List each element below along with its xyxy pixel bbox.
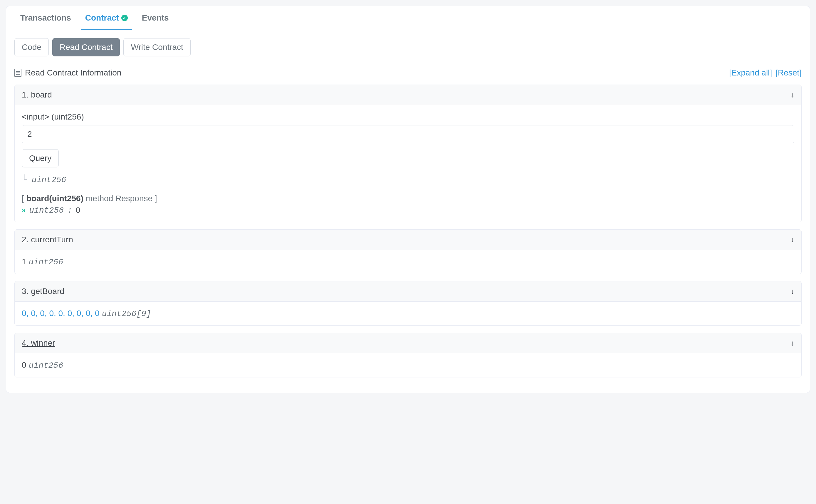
double-chevron-icon: » (22, 206, 26, 214)
response-line: » uint256 : 0 (22, 206, 794, 215)
accordion-body-currentturn: 1 uint256 (15, 250, 801, 274)
response-colon: : (67, 206, 72, 215)
response-block: [ board(uint256) method Response ] » uin… (22, 194, 794, 215)
read-contract-button[interactable]: Read Contract (52, 38, 120, 56)
response-method: board(uint256) (26, 194, 83, 203)
accordion-header-winner[interactable]: 4. winner ↓ (15, 333, 801, 353)
input-label: <input> (uint256) (22, 112, 794, 122)
expand-all-link[interactable]: [Expand all] (729, 68, 772, 78)
board-input[interactable] (22, 125, 794, 143)
accordion-getboard: 3. getBoard ↓ 0, 0, 0, 0, 0, 0, 0, 0, 0 … (14, 281, 802, 326)
arrow-down-icon: ↓ (791, 287, 794, 295)
response-type: uint256 (29, 206, 64, 215)
code-button[interactable]: Code (14, 38, 49, 56)
document-icon (14, 69, 21, 77)
accordion-title: 1. board (22, 90, 52, 100)
response-prefix: [ (22, 194, 26, 203)
query-button[interactable]: Query (22, 149, 59, 167)
section-links: [Expand all] [Reset] (729, 68, 802, 78)
accordion-currentturn: 2. currentTurn ↓ 1 uint256 (14, 229, 802, 274)
verified-icon: ✓ (121, 15, 128, 21)
arrow-down-icon: ↓ (791, 236, 794, 244)
result-type: uint256[9] (102, 309, 151, 318)
arrow-down-icon: ↓ (791, 339, 794, 347)
section-title-container: Read Contract Information (14, 68, 121, 78)
result-value[interactable]: 0, 0, 0, 0, 0, 0, 0, 0, 0 (22, 309, 100, 318)
result-row: 1 uint256 (22, 257, 794, 267)
result-row: 0 uint256 (22, 360, 794, 370)
tab-label: Transactions (20, 13, 71, 23)
tab-label: Events (142, 13, 169, 23)
result-value: 1 (22, 257, 26, 266)
return-type: uint256 (32, 175, 66, 184)
tab-events[interactable]: Events (135, 6, 176, 30)
result-type: uint256 (29, 258, 63, 267)
tab-transactions[interactable]: Transactions (13, 6, 78, 30)
accordion-body-getboard: 0, 0, 0, 0, 0, 0, 0, 0, 0 uint256[9] (15, 302, 801, 325)
response-header: [ board(uint256) method Response ] (22, 194, 794, 203)
accordion-header-getboard[interactable]: 3. getBoard ↓ (15, 281, 801, 302)
response-value: 0 (76, 206, 80, 215)
result-type: uint256 (29, 361, 63, 370)
accordion-body-board: <input> (uint256) Query └ uint256 [ boar… (15, 105, 801, 222)
section-title: Read Contract Information (25, 68, 121, 78)
accordion-header-board[interactable]: 1. board ↓ (15, 85, 801, 105)
accordion-board: 1. board ↓ <input> (uint256) Query └ uin… (14, 85, 802, 222)
accordion-title: 4. winner (22, 338, 55, 348)
section-header: Read Contract Information [Expand all] [… (14, 68, 802, 78)
reset-link[interactable]: [Reset] (775, 68, 802, 78)
write-contract-button[interactable]: Write Contract (123, 38, 190, 56)
main-tabs: Transactions Contract ✓ Events (6, 6, 810, 30)
tab-label: Contract (85, 13, 119, 23)
tree-icon: └ (22, 174, 32, 184)
accordion-title: 2. currentTurn (22, 235, 73, 244)
sub-tab-row: Code Read Contract Write Contract (14, 38, 802, 56)
return-type-row: └ uint256 (22, 174, 794, 184)
response-suffix: method Response ] (83, 194, 157, 203)
accordion-header-currentturn[interactable]: 2. currentTurn ↓ (15, 230, 801, 250)
contract-card: Transactions Contract ✓ Events Code Read… (6, 6, 810, 393)
arrow-down-icon: ↓ (791, 91, 794, 99)
accordion-winner: 4. winner ↓ 0 uint256 (14, 333, 802, 377)
tab-contract[interactable]: Contract ✓ (78, 6, 135, 30)
result-value: 0 (22, 360, 26, 370)
accordion-title: 3. getBoard (22, 287, 64, 296)
result-row: 0, 0, 0, 0, 0, 0, 0, 0, 0 uint256[9] (22, 309, 794, 318)
accordion-body-winner: 0 uint256 (15, 353, 801, 377)
tab-content: Code Read Contract Write Contract Read C… (6, 30, 810, 393)
